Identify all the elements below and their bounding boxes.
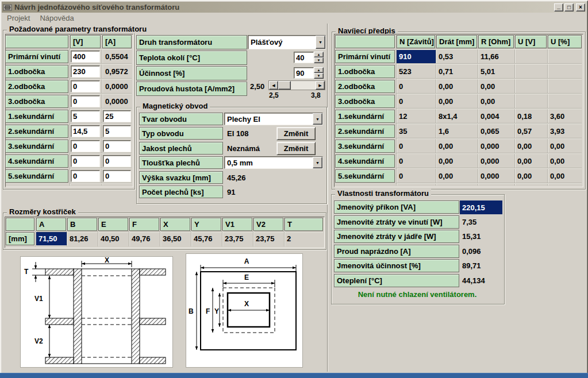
winding-cell[interactable]: 0	[397, 95, 436, 108]
winding-cell[interactable]: 0,00	[515, 140, 547, 153]
spin-up-icon[interactable]: ▲	[314, 52, 324, 57]
transformer-type-combo[interactable]: Plášťový ▼	[248, 35, 326, 49]
minimize-button[interactable]: _	[554, 3, 563, 11]
chevron-down-icon[interactable]: ▼	[313, 113, 322, 125]
winding-cell[interactable]: 0,065	[478, 125, 514, 138]
bobbin-cell[interactable]: 49,76	[129, 232, 159, 245]
winding-cell[interactable]: 0,00	[478, 95, 514, 108]
param-voltage-input[interactable]	[71, 125, 100, 137]
param-voltage-input[interactable]	[71, 110, 100, 122]
menu-projekt[interactable]: Projekt	[7, 14, 30, 22]
winding-cell[interactable]: 0,000	[478, 169, 514, 183]
close-button[interactable]: ×	[576, 3, 585, 11]
scroll-right-icon[interactable]: ▶	[316, 81, 325, 90]
winding-cell[interactable]: 3,93	[548, 125, 582, 138]
winding-cell[interactable]: 0,00	[548, 140, 582, 153]
param-voltage-input[interactable]	[71, 140, 100, 152]
param-current-input[interactable]	[103, 125, 131, 137]
param-voltage-input[interactable]	[71, 95, 100, 107]
efficiency-spinner[interactable]: ▲ ▼	[314, 67, 324, 79]
bobbin-cell[interactable]: 36,50	[160, 232, 190, 245]
change-circuit-type-button[interactable]: Změnit	[276, 127, 316, 140]
winding-cell[interactable]	[515, 65, 547, 78]
property-value[interactable]: 15,31	[460, 230, 502, 243]
winding-cell[interactable]: 0,00	[436, 80, 477, 93]
winding-cell[interactable]: 0	[397, 169, 436, 183]
param-voltage-input[interactable]	[71, 80, 100, 92]
ambient-temp-spinner[interactable]: ▲ ▼	[314, 52, 324, 63]
param-voltage-input[interactable]	[71, 65, 100, 78]
winding-cell[interactable]: 0,18	[515, 110, 547, 123]
winding-cell[interactable]: 35	[397, 125, 436, 138]
efficiency-input[interactable]	[294, 67, 314, 79]
winding-cell[interactable]: 0,004	[478, 110, 514, 123]
chevron-down-icon[interactable]: ▼	[316, 36, 325, 49]
scrollbar-thumb[interactable]	[278, 81, 291, 90]
winding-cell[interactable]: 5,01	[478, 65, 514, 78]
winding-cell[interactable]: 0,00	[436, 95, 477, 108]
bobbin-cell[interactable]: 23,75	[222, 232, 252, 245]
bobbin-cell-selected[interactable]: 71,50	[36, 232, 67, 245]
scroll-left-icon[interactable]: ◀	[269, 81, 278, 90]
winding-cell[interactable]	[548, 65, 582, 78]
current-density-scrollbar[interactable]: ◀ ▶	[268, 80, 325, 90]
bobbin-cell[interactable]: 40,50	[98, 232, 128, 245]
winding-cell[interactable]: 0,000	[478, 155, 514, 168]
winding-cell[interactable]: 0,71	[436, 65, 477, 78]
bobbin-cell[interactable]: 2	[285, 232, 323, 245]
winding-cell[interactable]: 523	[397, 65, 436, 78]
param-voltage-input[interactable]	[71, 155, 100, 167]
param-current-input[interactable]	[103, 170, 131, 182]
property-value[interactable]: 0,096	[460, 245, 502, 258]
winding-cell[interactable]: 11,66	[478, 50, 514, 63]
winding-cell[interactable]: 3,60	[548, 110, 582, 123]
property-value[interactable]: 7,35	[460, 215, 502, 229]
winding-cell[interactable]	[515, 50, 547, 63]
winding-cell[interactable]: 0,00	[478, 80, 514, 93]
scrollbar-track[interactable]	[291, 81, 316, 90]
winding-cell[interactable]: 0,00	[436, 155, 477, 168]
winding-cell[interactable]	[548, 95, 582, 108]
winding-cell[interactable]: 0,00	[548, 155, 582, 168]
winding-cell[interactable]: 0,57	[515, 125, 547, 138]
winding-cell[interactable]: 0,00	[436, 169, 477, 183]
param-voltage-input[interactable]	[71, 51, 100, 63]
winding-cell[interactable]: 0,00	[436, 140, 477, 153]
property-value-selected[interactable]: 220,15	[460, 200, 502, 214]
param-voltage-input[interactable]	[71, 170, 100, 182]
winding-cell[interactable]: 0	[397, 80, 436, 93]
winding-cell[interactable]: 0,53	[436, 50, 477, 63]
change-sheet-quality-button[interactable]: Změnit	[276, 142, 316, 155]
winding-cell[interactable]: 0	[397, 140, 436, 153]
sheet-thickness-combo[interactable]: 0,5 mm ▼	[224, 156, 323, 169]
param-current-input[interactable]	[103, 155, 131, 167]
winding-cell[interactable]	[515, 95, 547, 108]
winding-cell[interactable]: 0,000	[478, 140, 514, 153]
winding-cell[interactable]: 0,00	[515, 155, 547, 168]
spin-down-icon[interactable]: ▼	[314, 73, 324, 79]
menu-napoveda[interactable]: Nápověda	[40, 14, 74, 22]
winding-cell[interactable]: 0,00	[548, 169, 582, 183]
maximize-button[interactable]: □	[564, 3, 574, 11]
bobbin-cell[interactable]: 45,76	[191, 232, 221, 245]
winding-cell[interactable]	[548, 80, 582, 93]
param-current-input[interactable]	[103, 140, 131, 152]
circuit-shape-combo[interactable]: Plechy EI ▼	[224, 113, 323, 125]
winding-cell[interactable]	[515, 80, 547, 93]
winding-cell[interactable]	[548, 50, 582, 63]
winding-cell[interactable]: 8x1,4	[436, 110, 477, 123]
spin-down-icon[interactable]: ▼	[314, 57, 324, 63]
winding-cell-selected[interactable]: 910	[397, 50, 436, 63]
property-value[interactable]: 44,134	[460, 274, 502, 287]
chevron-down-icon[interactable]: ▼	[313, 157, 322, 168]
property-value[interactable]: 89,71	[460, 259, 502, 272]
bobbin-cell[interactable]: 81,26	[67, 232, 97, 245]
winding-cell[interactable]: 1,6	[436, 125, 477, 138]
ambient-temp-input[interactable]	[294, 52, 314, 63]
spin-up-icon[interactable]: ▲	[314, 67, 324, 73]
winding-cell[interactable]: 0	[397, 155, 436, 168]
winding-cell[interactable]: 12	[397, 110, 436, 123]
bobbin-cell[interactable]: 23,75	[253, 232, 283, 245]
winding-cell[interactable]: 0,00	[515, 169, 547, 183]
param-current-input[interactable]	[103, 110, 131, 122]
